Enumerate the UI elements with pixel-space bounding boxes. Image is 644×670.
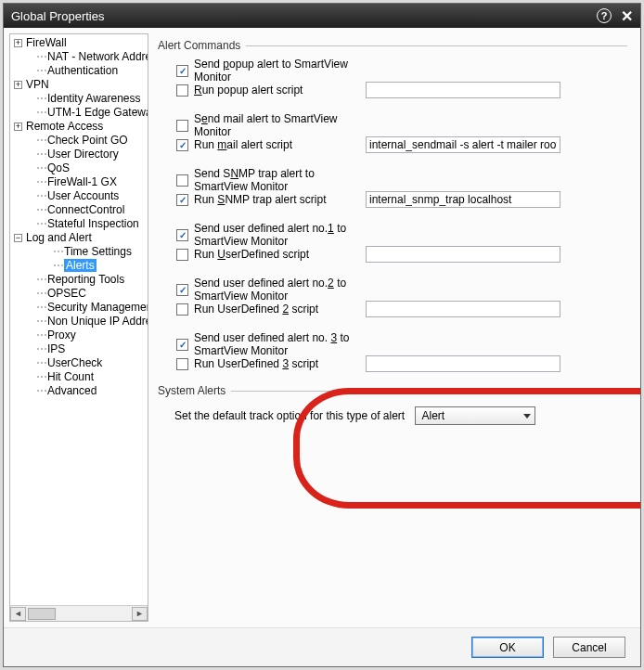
tree-item-label: UTM-1 Edge Gateway xyxy=(47,106,148,119)
option-label: Send user defined alert no. 3 to SmartVi… xyxy=(194,331,366,357)
close-icon[interactable]: ✕ xyxy=(621,7,633,25)
option-label: Send popup alert to SmartView Monitor xyxy=(194,58,366,84)
tree-item-label: Authentication xyxy=(47,64,118,77)
checkbox[interactable] xyxy=(176,303,188,316)
script-input[interactable] xyxy=(366,301,560,317)
tree-item[interactable]: ⋯IPS xyxy=(10,342,148,356)
tree-item-label: Security Management . xyxy=(47,301,148,314)
tree-item[interactable]: ⋯QoS xyxy=(10,161,148,175)
checkbox[interactable]: ✓ xyxy=(176,229,188,241)
option-row: ✓Run SNMP trap alert script xyxy=(176,190,627,209)
checkbox[interactable]: ✓ xyxy=(176,65,188,77)
tree-item-label: FireWall-1 GX xyxy=(47,175,117,188)
option-row: Run UserDefined 3 script xyxy=(176,354,627,373)
script-input[interactable] xyxy=(366,82,560,98)
tree-item[interactable]: ⋯Check Point GO xyxy=(10,134,148,148)
option-row: ✓Send user defined alert no.2 to SmartVi… xyxy=(176,280,627,299)
option-label: Run UserDefined 3 script xyxy=(194,357,366,370)
expand-icon[interactable]: + xyxy=(14,39,22,47)
tree-pane: +FireWall⋯NAT - Network Addres⋯Authentic… xyxy=(9,33,148,622)
option-label: Run UserDefined script xyxy=(194,248,366,261)
script-input[interactable] xyxy=(366,191,560,208)
global-properties-window: Global Properties ? ✕ +FireWall⋯NAT - Ne… xyxy=(3,3,641,667)
tree-item-label: Reporting Tools xyxy=(47,273,124,286)
option-label: Run UserDefined 2 script xyxy=(194,303,366,316)
tree-item[interactable]: ⋯Advanced xyxy=(10,384,148,398)
checkbox[interactable]: ✓ xyxy=(176,139,188,151)
tree-item[interactable]: ⋯Time Settings xyxy=(10,245,148,259)
tree-item[interactable]: −Log and Alert xyxy=(10,231,148,245)
script-input[interactable] xyxy=(366,136,560,153)
help-icon[interactable]: ? xyxy=(597,8,612,23)
tree-item[interactable]: +FireWall xyxy=(10,36,148,50)
checkbox[interactable] xyxy=(176,358,188,370)
scroll-thumb[interactable] xyxy=(28,608,56,620)
default-track-label: Set the default track option for this ty… xyxy=(174,409,405,422)
tree-item-label: Non Unique IP Addres: xyxy=(47,315,148,328)
tree-item[interactable]: +Remote Access xyxy=(10,120,148,134)
option-row: ✓Run mail alert script xyxy=(176,135,627,154)
tree-item-label: ConnectControl xyxy=(47,203,124,216)
tree-item[interactable]: ⋯Proxy xyxy=(10,329,148,342)
script-input[interactable] xyxy=(366,355,560,372)
tree-item[interactable]: ⋯Security Management . xyxy=(10,301,148,315)
checkbox[interactable] xyxy=(176,84,188,97)
tree-item-label: Time Settings xyxy=(64,245,132,258)
collapse-icon[interactable]: − xyxy=(14,234,22,242)
checkbox[interactable] xyxy=(176,249,188,261)
checkbox[interactable]: ✓ xyxy=(176,194,188,206)
tree[interactable]: +FireWall⋯NAT - Network Addres⋯Authentic… xyxy=(10,34,148,605)
tree-item[interactable]: ⋯Identity Awareness xyxy=(10,92,148,106)
tree-item[interactable]: ⋯NAT - Network Addres xyxy=(10,50,148,64)
checkbox[interactable] xyxy=(176,120,188,132)
expand-icon[interactable]: + xyxy=(14,122,22,131)
alert-commands-label: Alert Commands xyxy=(158,39,240,52)
tree-item-label: Stateful Inspection xyxy=(47,217,139,230)
tree-item-label: OPSEC xyxy=(47,287,86,300)
tree-item-label: Log and Alert xyxy=(26,231,92,244)
tree-item[interactable]: ⋯UserCheck xyxy=(10,356,148,370)
tree-item[interactable]: ⋯Hit Count xyxy=(10,370,148,384)
cancel-button[interactable]: Cancel xyxy=(553,637,625,658)
scroll-right-icon[interactable]: ► xyxy=(132,607,148,621)
tree-item-label: Check Point GO xyxy=(47,134,128,147)
option-row: Run popup alert script xyxy=(176,81,627,99)
tree-item[interactable]: +VPN xyxy=(10,78,148,92)
tree-item-label: Remote Access xyxy=(26,120,103,133)
tree-item[interactable]: ⋯ConnectControl xyxy=(10,203,148,217)
tree-item[interactable]: ⋯Stateful Inspection xyxy=(10,217,148,231)
option-row: ✓Send user defined alert no.1 to SmartVi… xyxy=(176,225,627,244)
tree-item[interactable]: ⋯Reporting Tools xyxy=(10,273,148,287)
window-title: Global Properties xyxy=(11,9,104,23)
tree-item-label: Identity Awareness xyxy=(47,92,141,105)
default-track-select[interactable]: Alert xyxy=(415,406,535,425)
tree-item-label: FireWall xyxy=(26,36,67,49)
system-alerts-label: System Alerts xyxy=(158,384,225,397)
option-label: Run popup alert script xyxy=(194,84,366,97)
option-row: Run UserDefined script xyxy=(176,245,627,264)
tree-item[interactable]: ⋯OPSEC xyxy=(10,287,148,301)
option-label: Send mail alert to SmartView Monitor xyxy=(194,112,366,138)
scroll-left-icon[interactable]: ◄ xyxy=(10,607,26,621)
option-label: Run mail alert script xyxy=(194,138,366,151)
tree-horizontal-scrollbar[interactable]: ◄ ► xyxy=(10,605,148,621)
tree-item[interactable]: ⋯Non Unique IP Addres: xyxy=(10,315,148,329)
expand-icon[interactable]: + xyxy=(14,81,22,89)
tree-item[interactable]: ⋯UTM-1 Edge Gateway xyxy=(10,106,148,120)
option-row: Run UserDefined 2 script xyxy=(176,300,627,318)
tree-item-label: NAT - Network Addres xyxy=(47,50,148,63)
checkbox[interactable] xyxy=(176,174,188,187)
system-alerts-row: Set the default track option for this ty… xyxy=(174,406,627,425)
alert-commands-header: Alert Commands xyxy=(158,39,627,52)
checkbox[interactable]: ✓ xyxy=(176,284,188,296)
ok-button[interactable]: OK xyxy=(471,637,544,658)
tree-item[interactable]: ⋯FireWall-1 GX xyxy=(10,175,148,189)
option-row: ✓Send user defined alert no. 3 to SmartV… xyxy=(176,335,627,354)
tree-item[interactable]: ⋯User Accounts xyxy=(10,189,148,203)
script-input[interactable] xyxy=(366,246,560,263)
checkbox[interactable]: ✓ xyxy=(176,339,188,351)
option-label: Send SNMP trap alert to SmartView Monito… xyxy=(194,167,366,193)
tree-item[interactable]: ⋯Authentication xyxy=(10,64,148,78)
tree-item[interactable]: ⋯Alerts xyxy=(10,259,148,273)
tree-item[interactable]: ⋯User Directory xyxy=(10,148,148,161)
